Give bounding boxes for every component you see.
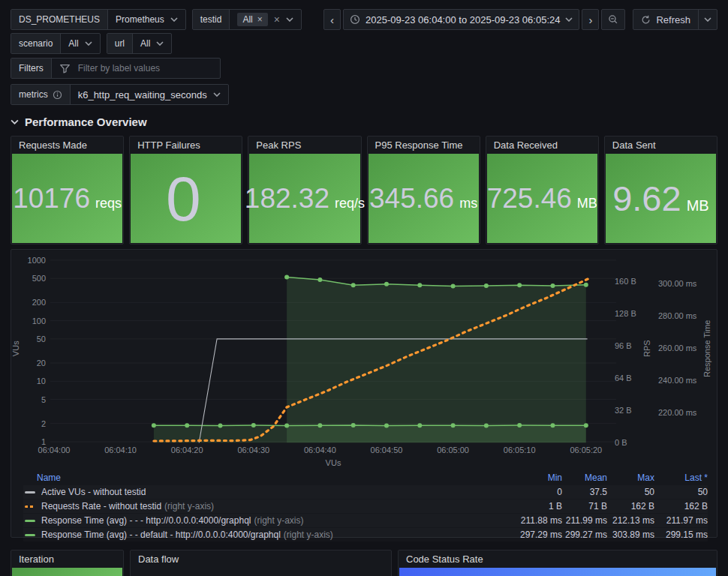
svg-text:0 B: 0 B — [615, 438, 627, 447]
stat-value: 345.66 — [369, 184, 454, 212]
panel-title[interactable]: Peak RPS — [248, 136, 360, 154]
chevron-down-icon — [286, 17, 293, 22]
filters-input[interactable] — [77, 62, 212, 74]
svg-text:06:05:10: 06:05:10 — [504, 446, 536, 454]
legend-col-min[interactable]: Min — [517, 472, 562, 483]
datasource-label: DS_PROMETHEUS — [11, 10, 108, 29]
url-select[interactable]: All — [133, 34, 171, 53]
panel-title[interactable]: HTTP Failures — [130, 136, 242, 154]
legend-col-name[interactable]: Name — [23, 472, 517, 483]
legend-row: Active VUs - without testid 0 37.5 50 50 — [23, 485, 708, 499]
stat-panels-row: Requests Made 10176reqs HTTP Failures 0 … — [11, 136, 717, 244]
filters-control: Filters — [11, 58, 221, 79]
toolbar-row-2: scenario All url All — [11, 33, 717, 54]
stat-panel-peak-rps: Peak RPS 182.32req/s — [248, 136, 361, 244]
chevron-down-icon — [565, 17, 573, 22]
panel-title[interactable]: Data Sent — [605, 136, 717, 154]
legend-max: 212.13 ms — [607, 515, 654, 526]
svg-text:20: 20 — [37, 358, 46, 368]
funnel-icon — [59, 63, 71, 74]
clock-icon — [350, 14, 360, 25]
legend-col-mean[interactable]: Mean — [562, 472, 607, 483]
stat-body: 345.66ms — [369, 154, 479, 243]
panel-title[interactable]: Code Status Rate — [399, 550, 717, 568]
chevron-down-icon — [704, 17, 711, 22]
time-controls: ‹ 2025-09-23 06:04:00 to 2025-09-23 06:0… — [323, 9, 717, 30]
stat-value: 10176 — [13, 184, 90, 212]
chevron-left-icon: ‹ — [330, 14, 334, 26]
svg-text:06:05:20: 06:05:20 — [570, 446, 602, 454]
time-range-picker[interactable]: 2025-09-23 06:04:00 to 2025-09-23 06:05:… — [343, 9, 580, 30]
stat-value: 182.32 — [245, 184, 329, 212]
svg-text:500: 500 — [32, 274, 46, 283]
time-shift-forward-button[interactable]: › — [582, 9, 599, 30]
svg-text:96 B: 96 B — [615, 341, 632, 350]
datasource-select[interactable]: Prometheus — [108, 10, 185, 29]
chevron-down-icon — [85, 41, 92, 46]
series-swatch — [25, 506, 35, 508]
svg-text:50: 50 — [37, 334, 46, 344]
stat-unit: req/s — [335, 196, 365, 210]
url-variable: url All — [107, 33, 173, 54]
svg-text:06:04:30: 06:04:30 — [237, 446, 269, 454]
legend-min: 0 — [517, 487, 562, 497]
svg-text:128 B: 128 B — [615, 309, 636, 318]
panel-title[interactable]: Data flow — [131, 550, 391, 568]
legend-series-toggle[interactable]: Response Time (avg) - - - http://0.0.0.0… — [23, 515, 517, 526]
legend-col-last[interactable]: Last * — [654, 472, 708, 483]
info-circle-icon[interactable] — [53, 90, 62, 100]
testid-select[interactable]: All × × — [230, 10, 301, 29]
stat-body: 725.46MB — [487, 154, 597, 243]
chevron-right-icon: › — [588, 14, 592, 26]
remove-value-icon[interactable]: × — [257, 15, 263, 24]
panel-title[interactable]: P95 Response Time — [368, 136, 480, 154]
panel-title[interactable]: Requests Made — [11, 136, 123, 154]
svg-text:2: 2 — [41, 419, 46, 428]
filters-input-wrap — [52, 58, 220, 78]
scenario-variable: scenario All — [11, 33, 101, 54]
scenario-label: scenario — [11, 34, 61, 53]
legend-max: 303.89 ms — [607, 530, 654, 540]
series-swatch — [25, 534, 35, 536]
legend-row: Response Time (avg) - - - http://0.0.0.0… — [23, 514, 708, 527]
svg-text:RPS: RPS — [642, 340, 651, 357]
url-value: All — [140, 38, 150, 49]
metrics-select[interactable]: k6_http_req_waiting_seconds — [71, 85, 228, 104]
timeseries-svg[interactable]: 1000500200100502010521160 B128 B96 B64 B… — [11, 250, 717, 469]
legend-min: 1 B — [517, 501, 562, 512]
legend-series-toggle[interactable]: Active VUs - without testid — [23, 487, 517, 497]
svg-text:260.00 ms: 260.00 ms — [658, 344, 697, 352]
panel-title[interactable]: Iteration — [11, 550, 123, 568]
refresh-interval-dropdown[interactable] — [698, 10, 717, 29]
svg-text:06:05:00: 06:05:00 — [437, 446, 469, 454]
toolbar-row-4: metrics k6_http_req_waiting_seconds — [11, 84, 717, 105]
svg-text:300.00 ms: 300.00 ms — [658, 279, 697, 288]
toolbar-row-3: Filters — [11, 58, 717, 79]
data-flow-panel: Data flow — [130, 550, 392, 576]
legend-max: 162 B — [607, 501, 654, 512]
chevron-down-icon — [156, 41, 164, 46]
panel-title[interactable]: Data Received — [486, 136, 598, 154]
refresh-button-group: Refresh — [633, 9, 717, 30]
refresh-button[interactable]: Refresh — [633, 10, 698, 29]
testid-pill-value: All — [242, 14, 252, 25]
chevron-down-icon — [213, 92, 221, 97]
legend-mean: 211.99 ms — [562, 515, 607, 526]
row-performance-overview[interactable]: Performance Overview — [11, 113, 717, 130]
legend-min: 211.88 ms — [517, 515, 562, 526]
variable-controls-1: DS_PROMETHEUS Prometheus testid All × × — [11, 9, 302, 30]
clear-all-icon[interactable]: × — [274, 14, 280, 26]
legend-series-toggle[interactable]: Response Time (avg) - - default - http:/… — [23, 530, 517, 540]
legend-col-max[interactable]: Max — [607, 472, 654, 483]
metrics-value: k6_http_req_waiting_seconds — [78, 89, 207, 100]
code-status-rate-panel: Code Status Rate — [398, 550, 717, 576]
legend-row: Requests Rate - without testid(right y-a… — [23, 500, 708, 513]
scenario-select[interactable]: All — [61, 34, 99, 53]
legend-series-toggle[interactable]: Requests Rate - without testid(right y-a… — [23, 501, 517, 512]
testid-pill: All × — [237, 13, 267, 26]
time-shift-back-button[interactable]: ‹ — [323, 9, 341, 30]
legend-last: 211.97 ms — [654, 515, 708, 526]
svg-text:06:04:40: 06:04:40 — [304, 446, 336, 454]
zoom-out-button[interactable] — [601, 9, 625, 30]
stat-panel-http-failures: HTTP Failures 0 — [129, 136, 242, 244]
